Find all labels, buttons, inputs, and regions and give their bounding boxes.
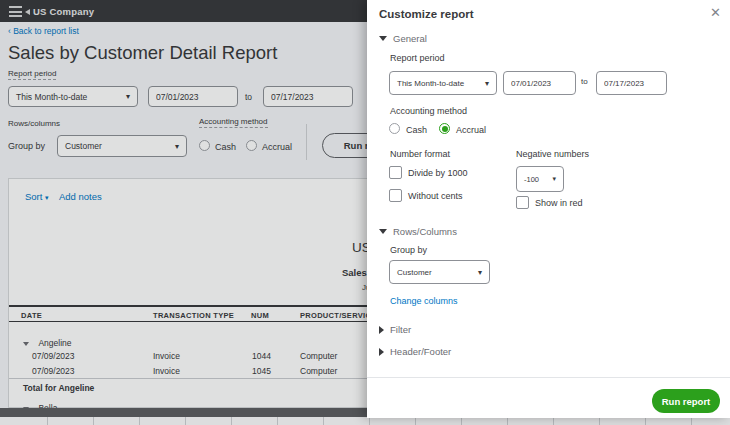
accrual-radio[interactable] — [246, 140, 257, 151]
panel-report-period-value: This Month-to-date — [397, 79, 464, 88]
section-filter-label: Filter — [390, 324, 411, 335]
report-period-value: This Month-to-date — [16, 92, 87, 102]
add-notes-link[interactable]: Add notes — [59, 191, 102, 202]
negative-numbers-value: -100 — [524, 175, 539, 184]
chevron-right-icon — [379, 348, 384, 356]
panel-title: Customize report — [379, 8, 474, 20]
panel-cash-label: Cash — [406, 125, 427, 135]
report-period-label: Report period — [8, 69, 56, 80]
chevron-down-icon: ▾ — [552, 175, 556, 183]
group-total-row: Total for Angeline — [23, 383, 94, 393]
panel-cash-radio[interactable] — [389, 123, 400, 134]
chevron-down-icon: ▾ — [485, 79, 489, 88]
cash-radio[interactable] — [199, 140, 210, 151]
run-report-button[interactable]: Run report — [652, 389, 720, 413]
section-header-footer-label: Header/Footer — [390, 346, 451, 357]
show-in-red-label: Show in red — [535, 198, 583, 208]
to-label: to — [245, 92, 252, 102]
section-header-footer[interactable]: Header/Footer — [379, 346, 451, 357]
group-by-label: Group by — [8, 141, 45, 151]
negative-numbers-select[interactable]: -100 ▾ — [516, 166, 564, 192]
toolbar-divider — [306, 124, 307, 160]
change-columns-link[interactable]: Change columns — [390, 296, 458, 306]
accounting-method-label: Accounting method — [199, 117, 268, 128]
number-format-label: Number format — [390, 149, 450, 159]
panel-group-by-value: Customer — [397, 268, 432, 277]
panel-accrual-radio[interactable] — [439, 123, 450, 134]
chevron-down-icon: ▾ — [175, 142, 179, 151]
cell-date: 07/09/2023 — [32, 351, 75, 361]
col-header-num[interactable]: NUM — [251, 311, 269, 320]
divide-by-1000-label: Divide by 1000 — [408, 168, 468, 178]
group-by-value: Customer — [65, 141, 102, 151]
group-name: Angeline — [38, 338, 71, 348]
panel-accounting-method-label: Accounting method — [390, 106, 467, 116]
cell-num: 1044 — [252, 351, 271, 361]
divide-by-1000-checkbox[interactable] — [389, 166, 402, 179]
col-header-date[interactable]: DATE — [21, 311, 42, 320]
chevron-down-icon: ▾ — [126, 92, 130, 101]
app-window: US Company ‹ Back to report list Sales b… — [0, 0, 730, 425]
cell-num: 1045 — [252, 366, 271, 376]
table-column-grid-strip — [0, 417, 730, 425]
sort-caret-icon: ▾ — [45, 194, 49, 201]
close-icon[interactable]: ✕ — [710, 6, 721, 19]
chevron-down-icon — [379, 36, 387, 41]
sort-link[interactable]: Sort ▾ — [25, 191, 49, 202]
cell-product: Computer — [300, 366, 337, 376]
chevron-down-icon: ▾ — [478, 268, 482, 277]
company-name: US Company — [33, 6, 94, 17]
collapse-group-icon[interactable] — [23, 342, 29, 346]
collapse-arrow-icon — [25, 9, 30, 15]
section-general-label: General — [393, 33, 427, 44]
panel-group-by-label: Group by — [390, 245, 427, 255]
date-to-input[interactable] — [263, 86, 353, 107]
without-cents-label: Without cents — [408, 191, 463, 201]
section-general[interactable]: General — [379, 33, 427, 44]
panel-date-to-input[interactable] — [596, 71, 667, 95]
section-rows-columns[interactable]: Rows/Columns — [379, 226, 457, 237]
customize-report-panel: Customize report ✕ General Report period… — [367, 0, 730, 418]
panel-to-label: to — [581, 77, 588, 86]
negative-numbers-label: Negative numbers — [516, 149, 589, 159]
group-by-select[interactable]: Customer ▾ — [57, 135, 187, 157]
col-header-product-service[interactable]: PRODUCT/SERVICE — [300, 311, 376, 320]
panel-report-period-select[interactable]: This Month-to-date ▾ — [389, 71, 497, 95]
cell-transaction-type: Invoice — [153, 366, 180, 376]
col-header-transaction-type[interactable]: TRANSACTION TYPE — [153, 311, 234, 320]
chevron-right-icon — [379, 326, 384, 334]
page-title: Sales by Customer Detail Report — [8, 42, 277, 64]
report-period-select[interactable]: This Month-to-date ▾ — [8, 86, 138, 107]
group-row-angeline[interactable]: Angeline — [23, 332, 72, 350]
panel-report-period-label: Report period — [390, 53, 445, 63]
without-cents-checkbox[interactable] — [389, 189, 402, 202]
cell-transaction-type: Invoice — [153, 351, 180, 361]
show-in-red-checkbox[interactable] — [516, 196, 529, 209]
horizontal-scrollbar[interactable] — [0, 408, 367, 417]
section-filter[interactable]: Filter — [379, 324, 411, 335]
section-rows-columns-label: Rows/Columns — [393, 226, 457, 237]
panel-footer: Run report — [367, 377, 730, 418]
panel-date-from-input[interactable] — [503, 71, 576, 95]
cash-radio-label: Cash — [215, 142, 236, 152]
panel-group-by-select[interactable]: Customer ▾ — [389, 260, 490, 284]
rows-columns-label: Rows/columns — [8, 119, 60, 128]
cell-date: 07/09/2023 — [32, 366, 75, 376]
cell-product: Computer — [300, 351, 337, 361]
date-from-input[interactable] — [148, 86, 238, 107]
panel-accrual-label: Accrual — [456, 125, 486, 135]
hamburger-menu-icon[interactable] — [9, 6, 30, 17]
accrual-radio-label: Accrual — [262, 142, 292, 152]
back-to-report-list-link[interactable]: ‹ Back to report list — [8, 26, 79, 36]
chevron-down-icon — [379, 229, 387, 234]
